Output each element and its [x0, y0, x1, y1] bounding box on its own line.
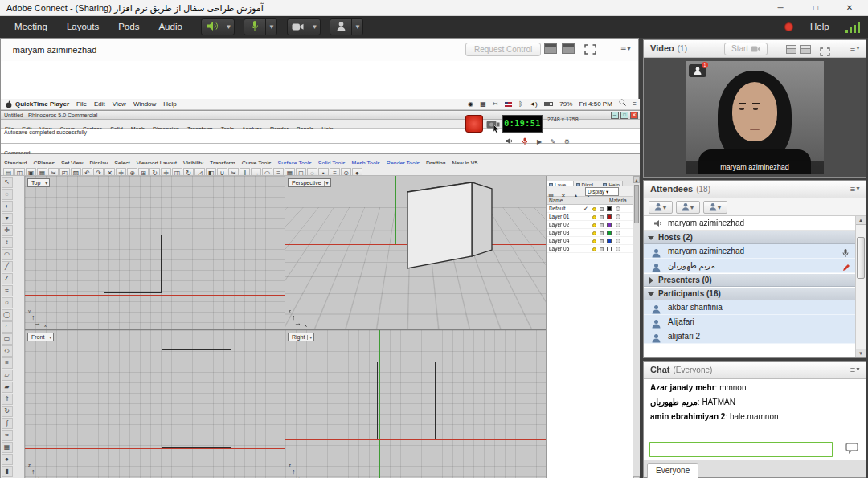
- viewport-perspective[interactable]: Perspective▾ ↑z→x: [285, 176, 546, 329]
- status-button[interactable]: ▼: [330, 18, 363, 35]
- layer-lock-icon[interactable]: [600, 215, 604, 219]
- polygon-tool-icon[interactable]: ◇: [2, 345, 13, 357]
- layer-color-swatch[interactable]: [607, 206, 612, 211]
- sphere-tool-icon[interactable]: ●: [2, 454, 13, 465]
- object-snap-icon[interactable]: ⊙: [341, 168, 351, 176]
- fillet-icon[interactable]: ◠: [262, 168, 272, 176]
- menu-audio[interactable]: Audio: [149, 16, 191, 38]
- start-webcam-button[interactable]: Start: [724, 43, 768, 55]
- visibility-toggle-icon[interactable]: ◐: [2, 201, 13, 212]
- chevron-down-icon[interactable]: ▾: [307, 335, 312, 340]
- chevron-down-icon[interactable]: ▾: [43, 181, 47, 186]
- collapse-icon[interactable]: [648, 292, 654, 296]
- restore-button[interactable]: □: [799, 0, 833, 16]
- mac-menu-file[interactable]: File: [76, 100, 87, 108]
- request-control-button[interactable]: Request Control: [465, 43, 541, 56]
- layer-row[interactable]: Layer 05: [547, 245, 633, 253]
- lock-object-icon[interactable]: ▪: [318, 168, 329, 176]
- rectangle-curve[interactable]: [104, 235, 162, 293]
- layer-visibility-icon[interactable]: [592, 239, 596, 243]
- attendee-row[interactable]: akbar sharifinia: [644, 300, 866, 315]
- rectangle-curve[interactable]: [377, 362, 436, 439]
- connection-signal-icon[interactable]: [845, 22, 862, 33]
- viewport-title-menu[interactable]: Top▾: [27, 178, 50, 187]
- object-popup-icon[interactable]: ▾: [2, 213, 13, 224]
- pod-menu-icon[interactable]: ≡▼: [620, 43, 632, 55]
- layer-color-swatch[interactable]: [607, 239, 612, 243]
- pod-menu-icon[interactable]: ≡▼: [850, 184, 861, 194]
- layer-material-icon[interactable]: [616, 231, 620, 235]
- collapse-icon[interactable]: [648, 236, 654, 240]
- pencil-icon[interactable]: ✎: [551, 138, 556, 145]
- bluetooth-icon[interactable]: ᛒ: [518, 99, 522, 109]
- surface-from-points-icon[interactable]: ▱: [2, 370, 13, 381]
- split-icon[interactable]: ∥: [240, 168, 250, 176]
- gear-icon[interactable]: ⚙: [564, 138, 570, 145]
- apple-icon[interactable]: [6, 100, 12, 110]
- menu-pods[interactable]: Pods: [108, 16, 149, 38]
- viewport-front[interactable]: Front▾ ↑z→x: [25, 330, 285, 478]
- scissors-icon[interactable]: ✂: [493, 99, 498, 109]
- stop-recording-button[interactable]: [465, 115, 483, 133]
- layer-color-swatch[interactable]: [607, 223, 612, 227]
- drag-tool-icon[interactable]: ↕: [2, 237, 13, 248]
- speaker-button[interactable]: ▼: [201, 18, 235, 35]
- grid-view-icon[interactable]: [786, 45, 796, 54]
- mirror-icon[interactable]: ◧: [206, 168, 216, 176]
- layer-row[interactable]: Default✓: [547, 205, 633, 213]
- display-dropdown[interactable]: Display ▾: [585, 187, 619, 196]
- layer-manager-icon[interactable]: ≡: [330, 168, 340, 176]
- expand-icon[interactable]: [649, 277, 653, 284]
- cylinder-tool-icon[interactable]: ▮: [2, 466, 13, 477]
- cut-icon[interactable]: ✂: [48, 168, 59, 176]
- attendee-options-button[interactable]: ▼: [703, 201, 727, 214]
- extrude-tool-icon[interactable]: ⇑: [2, 394, 13, 405]
- mac-menu-help[interactable]: Help: [163, 100, 176, 108]
- filmstrip-view-icon[interactable]: [800, 45, 811, 54]
- mac-app-name[interactable]: QuickTime Player: [15, 100, 69, 108]
- copy-to-clipboard-icon[interactable]: ◰: [59, 168, 70, 176]
- freeform-curve-icon[interactable]: ≈: [2, 285, 13, 296]
- attendee-section-hosts-2[interactable]: Hosts (2): [644, 231, 866, 244]
- viewport-right[interactable]: Right▾ ↑z→y: [285, 330, 546, 478]
- current-layer-check-icon[interactable]: ✓: [583, 205, 588, 213]
- tab-everyone[interactable]: Everyone: [647, 463, 698, 478]
- print-icon[interactable]: ▦: [37, 168, 47, 176]
- undo-icon[interactable]: ↶: [82, 168, 92, 176]
- polyline-tool-icon[interactable]: ∠: [2, 273, 13, 284]
- attendees-scrollbar[interactable]: ▲ ▼: [855, 216, 866, 357]
- layer-lock-icon[interactable]: [600, 207, 604, 211]
- trim-icon[interactable]: ✂: [228, 168, 239, 176]
- chevron-down-icon[interactable]: ▼: [223, 19, 234, 35]
- box-tool-icon[interactable]: ▦: [2, 442, 13, 453]
- save-icon[interactable]: ▣: [26, 168, 36, 176]
- scroll-up-button[interactable]: ▲: [633, 176, 640, 183]
- attendee-section-participants-16[interactable]: Participants (16): [644, 287, 866, 300]
- copy-object-icon[interactable]: ◫: [172, 168, 182, 176]
- join-icon[interactable]: ∪: [217, 168, 227, 176]
- scrollbar-thumb[interactable]: [857, 237, 865, 279]
- sweep-tool-icon[interactable]: ∫: [2, 418, 13, 429]
- layer-visibility-icon[interactable]: [592, 215, 596, 219]
- mac-menu-edit[interactable]: Edit: [94, 100, 105, 108]
- group-icon[interactable]: ◻: [296, 168, 306, 176]
- minimize-button[interactable]: ─: [764, 0, 797, 16]
- redo-icon[interactable]: ↷: [93, 168, 104, 176]
- ellipse-tool-icon[interactable]: ◯: [2, 309, 13, 321]
- array-icon[interactable]: ▦: [285, 168, 295, 176]
- select-pointer-icon[interactable]: ↖: [2, 177, 13, 188]
- delete-icon[interactable]: ✕: [104, 168, 115, 176]
- webcam-button[interactable]: ▼: [287, 18, 321, 35]
- chat-input[interactable]: [649, 442, 833, 457]
- panel-scrollbar[interactable]: ▲ ▼: [633, 176, 640, 478]
- loft-tool-icon[interactable]: ≈: [2, 430, 13, 441]
- control-point-curve-icon[interactable]: ◠: [2, 249, 13, 260]
- move-icon[interactable]: ✛: [161, 168, 171, 176]
- battery-icon[interactable]: [544, 102, 553, 106]
- rotate-icon[interactable]: ↻: [183, 168, 194, 176]
- layer-material-icon[interactable]: [616, 214, 620, 219]
- extend-icon[interactable]: →: [251, 168, 261, 176]
- play-icon[interactable]: ▶: [537, 138, 542, 145]
- box-solid[interactable]: [285, 176, 546, 329]
- fullscreen-icon[interactable]: [584, 43, 596, 58]
